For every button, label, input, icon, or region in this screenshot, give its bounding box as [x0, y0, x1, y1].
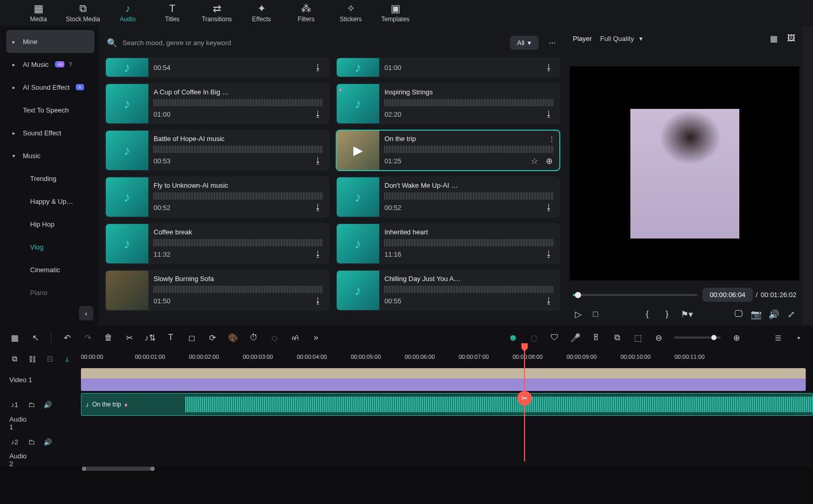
audio-thumb[interactable]: ♦♪ — [337, 84, 379, 123]
tab-media[interactable]: ▦Media — [21, 2, 56, 23]
tab-transitions[interactable]: ⇄Transitions — [199, 2, 235, 23]
split-icon[interactable]: ✂ — [124, 332, 134, 343]
download-icon[interactable]: ⭳ — [313, 249, 323, 259]
download-icon[interactable]: ⭳ — [544, 249, 554, 259]
download-icon[interactable]: ⭳ — [544, 202, 554, 213]
search-input[interactable]: 🔍 Search mood, genre or any keyword — [107, 33, 505, 52]
download-icon[interactable]: ⭳ — [313, 62, 323, 73]
audio-card[interactable]: ♪Fly to Unknown-AI music00:52⭳ — [105, 176, 329, 218]
audio-card[interactable]: ♪Battle of Hope-AI music00:53⭳ — [105, 130, 329, 171]
timeline-ruler[interactable]: 00:00:0000:00:01:0000:00:02:0000:00:03:0… — [81, 349, 813, 368]
timer-icon[interactable]: ⏱ — [249, 332, 259, 343]
tab-stock-media[interactable]: ⧉Stock Media — [65, 2, 101, 23]
volume-icon[interactable]: 🔊 — [768, 309, 779, 319]
audio-card[interactable]: ▶⋮On the trip01:25☆⊕ — [336, 130, 560, 171]
sidebar-sub-piano[interactable]: Piano — [6, 281, 94, 304]
ai-assistant-icon[interactable]: ☻ — [508, 332, 518, 343]
download-icon[interactable]: ⭳ — [313, 296, 323, 306]
audio-thumb[interactable]: ♪ — [106, 58, 148, 77]
audio-card[interactable]: ♪Chilling Day Just You A…00:55⭳ — [336, 270, 560, 311]
crop-icon[interactable]: ◻ — [186, 332, 197, 343]
audio-card[interactable]: Slowly Burning Sofa01:50⭳ — [105, 270, 329, 311]
download-icon[interactable]: ⭳ — [544, 296, 554, 306]
download-icon[interactable]: ⭳ — [544, 62, 554, 73]
sidebar-collapse-button[interactable]: ‹ — [79, 306, 93, 320]
zoom-slider[interactable] — [674, 337, 721, 339]
redo-icon[interactable]: ↷ — [82, 332, 93, 343]
tab-effects[interactable]: ✦Effects — [244, 2, 279, 23]
track-mute-icon[interactable]: 🔊 — [43, 437, 53, 447]
tab-titles[interactable]: TTitles — [155, 2, 190, 23]
grid-tool-icon[interactable]: ▦ — [9, 332, 20, 343]
thumbnail-icon[interactable]: 🖼 — [786, 33, 796, 44]
select-tool-icon[interactable]: ↖ — [30, 332, 40, 343]
audio-thumb[interactable]: ♪ — [337, 271, 379, 310]
more-vertical-icon[interactable]: ⋮ — [548, 135, 555, 143]
zoom-out-icon[interactable]: ⊖ — [653, 332, 664, 343]
quality-dropdown[interactable]: Full Quality▾ — [600, 35, 643, 43]
fullscreen-icon[interactable]: ⤢ — [786, 309, 796, 319]
delete-icon[interactable]: 🗑 — [103, 332, 114, 343]
tab-filters[interactable]: ⁂Filters — [288, 2, 324, 23]
timeline-h-scrollbar[interactable] — [82, 467, 813, 471]
chain-icon[interactable]: ⛓ — [27, 354, 37, 364]
zoom-in-icon[interactable]: ⊕ — [731, 332, 741, 343]
sidebar-sub-vlog[interactable]: Vlog — [6, 235, 94, 258]
audio-card[interactable]: ♪Inherited heart11:16⭳ — [336, 223, 560, 264]
sidebar-item-mine[interactable]: ▸Mine — [6, 30, 94, 53]
keyframe-icon[interactable]: ◇ — [269, 332, 280, 343]
audio-thumb[interactable]: ♪ — [337, 58, 379, 77]
frame-icon[interactable]: ⧉ — [612, 332, 622, 343]
more-options-button[interactable]: ⋯ — [544, 34, 560, 51]
sidebar-item-music[interactable]: ▾Music — [6, 144, 94, 167]
audio-card[interactable]: ♪00:54⭳ — [105, 57, 329, 78]
mixer-icon[interactable]: 🎚 — [591, 332, 601, 343]
audio-card[interactable]: ♪Coffee break11:32⭳ — [105, 223, 329, 264]
audio-card[interactable]: ♪Don't Wake Me Up-AI …00:52⭳ — [336, 176, 560, 218]
audio-thumb[interactable]: ♪ — [337, 224, 379, 263]
audio-card[interactable]: ♪A Cup of Coffee In Big …01:00⭳ — [105, 83, 329, 124]
compare-view-icon[interactable]: ▦ — [768, 33, 779, 44]
current-time[interactable]: 00:00:06:04 — [702, 288, 753, 302]
download-icon[interactable]: ⭳ — [313, 202, 323, 213]
audio-thumb[interactable]: ♪ — [106, 131, 148, 170]
audio-thumb[interactable]: ♪ — [106, 224, 148, 263]
sidebar-item-text-to-speech[interactable]: Text To Speech — [6, 99, 94, 121]
sidebar-sub-happy[interactable]: Happy & Up… — [6, 190, 94, 213]
video-clip[interactable] — [81, 368, 806, 391]
sidebar-sub-cinematic[interactable]: Cinematic — [6, 258, 94, 281]
audio-thumb[interactable]: ♪ — [106, 177, 148, 217]
audio-tool-icon[interactable]: ♪⇅ — [145, 332, 155, 343]
sidebar-sub-trending[interactable]: Trending — [6, 167, 94, 190]
audio-card[interactable]: ♪01:00⭳ — [336, 57, 560, 78]
lock-track-icon[interactable]: ⊟ — [45, 354, 55, 364]
help-icon[interactable]: ? — [68, 61, 72, 68]
download-icon[interactable]: ⭳ — [313, 156, 323, 166]
undo-icon[interactable]: ↶ — [62, 332, 72, 343]
tab-stickers[interactable]: ✧Stickers — [333, 2, 368, 23]
audio-card[interactable]: ♦♪Inspiring Strings02:20⭳ — [336, 83, 560, 124]
marker-icon[interactable]: 🛡 — [549, 332, 560, 343]
magnet-icon[interactable]: ⫰ — [62, 354, 73, 364]
expand-icon[interactable]: » — [311, 332, 321, 343]
snapshot-icon[interactable]: 📷 — [751, 309, 761, 319]
sidebar-sub-hiphop[interactable]: Hip Hop — [6, 213, 94, 235]
subtitle-icon[interactable]: 🗚 — [290, 332, 300, 343]
playhead-cut-button[interactable]: ✂ — [517, 391, 532, 405]
audio-thumb[interactable] — [106, 271, 148, 310]
sidebar-item-sound-effect[interactable]: ▸Sound Effect — [6, 121, 94, 144]
download-icon[interactable]: ⭳ — [544, 109, 554, 119]
playback-slider[interactable] — [573, 294, 697, 296]
fit-icon[interactable]: ⬚ — [632, 332, 643, 343]
tab-audio[interactable]: ♪Audio — [110, 2, 145, 23]
stop-button[interactable]: □ — [590, 309, 601, 319]
text-tool-icon[interactable]: T — [166, 332, 176, 343]
preview-viewport[interactable] — [570, 66, 800, 281]
sidebar-item-ai-sound-effect[interactable]: ▸AI Sound EffectA — [6, 76, 94, 99]
mark-out-icon[interactable]: } — [662, 309, 672, 319]
render-icon[interactable]: ◌ — [529, 332, 539, 343]
track-menu-icon[interactable]: ▾ — [793, 332, 804, 343]
add-icon[interactable]: ⊕ — [544, 156, 554, 166]
favorite-icon[interactable]: ☆ — [529, 156, 540, 166]
color-icon[interactable]: 🎨 — [228, 332, 238, 343]
